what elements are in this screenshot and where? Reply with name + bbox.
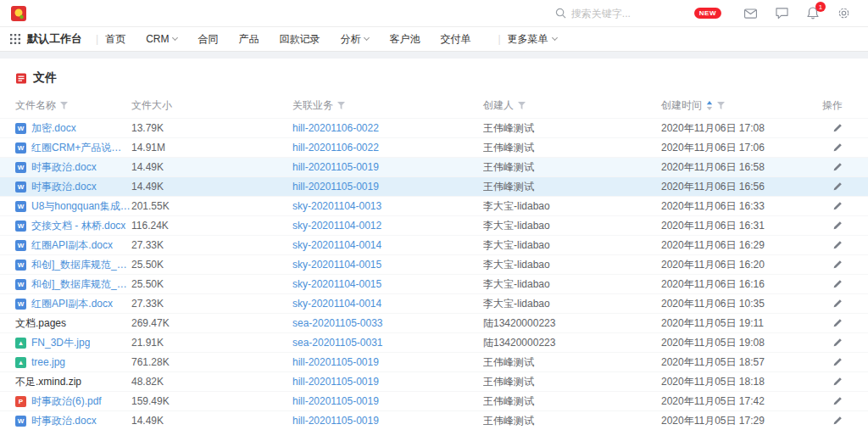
related-business-link[interactable]: sky-20201104-0015 <box>292 259 381 271</box>
file-name-link[interactable]: 时事政治.docx <box>31 160 97 175</box>
table-row[interactable]: W交接文档 - 林桥.docx116.24Ksky-20201104-0012李… <box>0 215 868 235</box>
table-row[interactable]: ▴tree.jpg761.28Khill-20201105-0019王伟峰测试2… <box>0 352 868 371</box>
edit-icon[interactable] <box>832 416 843 426</box>
file-name-link[interactable]: 加密.docx <box>31 121 76 136</box>
edit-icon[interactable] <box>832 142 843 153</box>
gear-icon[interactable] <box>837 7 850 20</box>
table-row[interactable]: W红圈API副本.docx27.33Ksky-20201104-0014李大宝-… <box>0 293 868 313</box>
created-time: 2020年11月06日 16:16 <box>661 277 810 292</box>
edit-icon[interactable] <box>832 279 843 289</box>
edit-icon[interactable] <box>832 201 843 211</box>
file-name-link[interactable]: 时事政治.docx <box>31 180 97 194</box>
search-box[interactable] <box>555 8 682 20</box>
table-row[interactable]: 文档.pages269.47Ksea-20201105-0033陆1342000… <box>0 313 868 332</box>
mail-icon[interactable] <box>744 8 757 19</box>
edit-icon[interactable] <box>832 299 843 309</box>
file-name-link[interactable]: 时事政治(6).pdf <box>31 394 102 409</box>
edit-icon[interactable] <box>832 162 843 172</box>
nav-item-回款记录[interactable]: 回款记录 <box>279 32 320 47</box>
file-name: 文档.pages <box>15 316 66 331</box>
table-row[interactable]: W红圈CRM+产品说明201901_前端...14.91Mhill-202011… <box>0 137 868 157</box>
related-business-link[interactable]: sky-20201104-0014 <box>292 298 381 310</box>
filter-icon[interactable] <box>337 102 345 109</box>
table-row[interactable]: P时事政治(6).pdf159.49Khill-20201105-0019王伟峰… <box>0 391 868 410</box>
nav-item-首页[interactable]: 首页 <box>105 32 125 47</box>
table-row[interactable]: W和创]_数据库规范_20171124.doc25.50Ksky-2020110… <box>0 254 868 274</box>
file-size: 27.33K <box>131 239 292 251</box>
nav-item-合同[interactable]: 合同 <box>198 32 218 47</box>
filter-icon[interactable] <box>60 102 68 109</box>
page-header: 文件 <box>0 59 868 92</box>
bell-icon[interactable]: 1 <box>807 7 819 20</box>
related-business-link[interactable]: hill-20201105-0019 <box>292 376 379 388</box>
workspace-title[interactable]: 默认工作台 <box>27 31 82 47</box>
file-name-link[interactable]: 红圈API副本.docx <box>31 297 113 311</box>
edit-icon[interactable] <box>832 240 843 250</box>
related-business-link[interactable]: hill-20201106-0022 <box>292 142 379 154</box>
edit-icon[interactable] <box>832 357 843 367</box>
sort-icon[interactable] <box>706 101 713 110</box>
edit-icon[interactable] <box>832 318 843 328</box>
file-name-link[interactable]: U8与hongquan集成方案.docx <box>31 199 131 214</box>
edit-icon[interactable] <box>832 181 843 192</box>
nav-item-CRM[interactable]: CRM <box>146 33 177 45</box>
file-name-link[interactable]: 红圈API副本.docx <box>31 238 113 253</box>
related-business-link[interactable]: hill-20201105-0019 <box>292 161 379 173</box>
table-row[interactable]: ▴FN_3D牛.jpg21.91Ksea-20201105-0031陆13420… <box>0 332 868 352</box>
file-name-link[interactable]: tree.jpg <box>31 356 65 368</box>
app-logo-icon[interactable] <box>10 5 27 22</box>
edit-icon[interactable] <box>832 396 843 406</box>
file-name-link[interactable]: 交接文档 - 林桥.docx <box>31 219 125 233</box>
related-business-link[interactable]: sky-20201104-0015 <box>292 278 381 290</box>
file-type-docx-icon: W <box>15 123 26 134</box>
related-business-link[interactable]: hill-20201105-0019 <box>292 181 379 193</box>
table-row[interactable]: WU8与hongquan集成方案.docx201.55Ksky-20201104… <box>0 196 868 215</box>
related-business-link[interactable]: sky-20201104-0012 <box>292 220 381 232</box>
table-row[interactable]: W红圈API副本.docx27.33Ksky-20201104-0014李大宝-… <box>0 235 868 254</box>
related-business-link[interactable]: sky-20201104-0013 <box>292 200 381 212</box>
nav-item-交付单[interactable]: 交付单 <box>440 32 470 47</box>
edit-icon[interactable] <box>832 377 843 387</box>
apps-grid-icon[interactable] <box>10 34 20 44</box>
file-size: 48.82K <box>131 376 292 388</box>
table-row[interactable]: W加密.docx13.79Khill-20201106-0022王伟峰测试202… <box>0 118 868 137</box>
related-business-link[interactable]: sky-20201104-0014 <box>292 239 381 251</box>
nav-item-more-menu[interactable]: 更多菜单 <box>508 32 557 47</box>
file-size: 25.50K <box>131 278 292 290</box>
file-type-docx-icon: W <box>15 181 26 193</box>
file-name-link[interactable]: 时事政治.docx <box>31 414 97 428</box>
chat-icon[interactable] <box>776 8 788 20</box>
related-business-link[interactable]: hill-20201105-0019 <box>292 415 379 427</box>
edit-icon[interactable] <box>832 338 843 348</box>
related-business-link[interactable]: hill-20201105-0019 <box>292 395 379 407</box>
notification-badge: 1 <box>815 2 826 12</box>
file-type-docx-icon: W <box>15 299 26 310</box>
table-row[interactable]: W时事政治.docx14.49Khill-20201105-0019王伟峰测试2… <box>0 176 868 196</box>
file-name-link[interactable]: FN_3D牛.jpg <box>31 336 90 350</box>
file-name-link[interactable]: 和创]_数据库规范_20171124.doc <box>31 258 131 272</box>
creator: 王伟峰测试 <box>483 414 661 428</box>
table-row[interactable]: W时事政治.docx14.49Khill-20201105-0019王伟峰测试2… <box>0 410 868 430</box>
nav-item-产品[interactable]: 产品 <box>238 32 259 47</box>
search-input[interactable] <box>571 8 673 20</box>
file-size: 25.50K <box>131 259 292 271</box>
related-business-link[interactable]: hill-20201106-0022 <box>292 122 379 134</box>
related-business-link[interactable]: sea-20201105-0031 <box>292 337 383 349</box>
filter-icon[interactable] <box>518 102 526 109</box>
table-row[interactable]: W和创]_数据库规范_20171124.doc25.50Ksky-2020110… <box>0 274 868 293</box>
edit-icon[interactable] <box>832 260 843 270</box>
file-name-link[interactable]: 和创]_数据库规范_20171124.doc <box>31 277 131 292</box>
related-business-link[interactable]: hill-20201105-0019 <box>292 356 379 368</box>
file-size: 13.79K <box>131 122 292 134</box>
filter-icon[interactable] <box>717 102 725 109</box>
related-business-link[interactable]: sea-20201105-0033 <box>292 317 383 329</box>
table-row[interactable]: 不足.xmind.zip48.82Khill-20201105-0019王伟峰测… <box>0 371 868 391</box>
file-size: 27.33K <box>131 298 292 310</box>
edit-icon[interactable] <box>832 221 843 231</box>
edit-icon[interactable] <box>832 123 843 133</box>
file-name-link[interactable]: 红圈CRM+产品说明201901_前端... <box>31 141 131 155</box>
table-row[interactable]: W时事政治.docx14.49Khill-20201105-0019王伟峰测试2… <box>0 157 868 176</box>
nav-item-分析[interactable]: 分析 <box>340 32 369 47</box>
nav-item-客户池[interactable]: 客户池 <box>389 32 420 47</box>
created-time: 2020年11月06日 16:20 <box>661 258 810 272</box>
